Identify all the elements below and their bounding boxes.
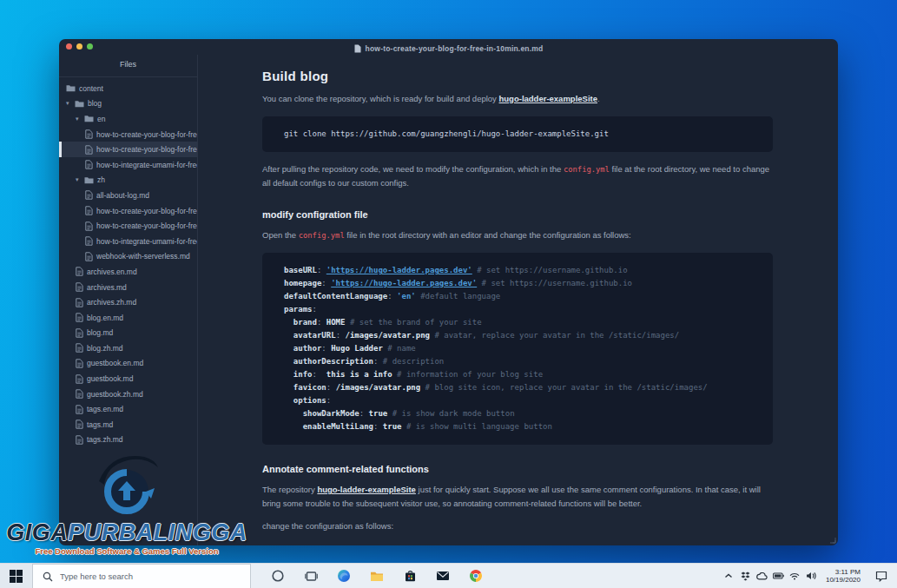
task-view-button[interactable] (294, 564, 327, 588)
tree-item-file[interactable]: archives.en.md (59, 264, 197, 280)
code-token: true (369, 409, 388, 418)
tree-item-folder[interactable]: ▾zh (59, 173, 197, 188)
code-token: : (387, 292, 397, 301)
chrome-button[interactable] (459, 564, 492, 588)
doc-paragraph: After pulling the repository code, we ne… (262, 162, 773, 190)
edge-button[interactable] (327, 564, 360, 588)
doc-link[interactable]: hugo-ladder-exampleSite (499, 94, 598, 103)
code-token: # is show multi language button (402, 422, 552, 431)
tree-item-file[interactable]: how-to-create-your-blog-for-free-by (59, 203, 197, 219)
battery-tray-button[interactable] (770, 564, 787, 588)
caret-down-icon[interactable]: ▾ (66, 100, 71, 107)
cortana-button[interactable] (261, 564, 294, 588)
zoom-button[interactable] (87, 43, 93, 50)
doc-link[interactable]: hugo-ladder-exampleSite (317, 485, 416, 494)
caret-down-icon[interactable]: ▾ (76, 116, 81, 122)
volume-tray-button[interactable] (803, 564, 820, 588)
wifi-tray-button[interactable] (787, 564, 803, 588)
code-line: showDarkMode: true # is show dark mode b… (284, 407, 751, 420)
code-token: : (317, 318, 326, 327)
tree-item-file[interactable]: tags.md (59, 417, 197, 433)
tree-item-file[interactable]: how-to-create-your-blog-for-free-by (59, 127, 197, 142)
code-block: baseURL: 'https://hugo-ladder.pages.dev'… (262, 253, 773, 445)
document-content[interactable]: Build blogYou can clone the repository, … (198, 55, 838, 545)
taskbar: 3:11 PM 10/19/2020 (0, 563, 897, 588)
close-button[interactable] (66, 43, 72, 50)
action-center-icon (875, 571, 887, 582)
code-line: author: Hugo Ladder # name (284, 342, 751, 355)
dropbox-icon (741, 571, 750, 581)
tree-item-file[interactable]: webhook-with-serverless.md (59, 249, 197, 265)
traffic-lights (66, 43, 93, 50)
tree-item-file[interactable]: how-to-create-your-blog-for-free-in- (59, 218, 197, 234)
tree-item-folder[interactable]: ▾en (59, 111, 197, 127)
tree-item-file[interactable]: tags.en.md (59, 401, 197, 417)
code-token (284, 318, 294, 327)
windows-logo-icon (10, 570, 23, 583)
search-input[interactable] (60, 571, 216, 581)
tree-item-label: how-to-create-your-blog-for-free-in- (96, 145, 197, 154)
doc-heading: modify configration file (262, 209, 773, 220)
start-button[interactable] (0, 564, 32, 588)
minimize-button[interactable] (76, 43, 82, 50)
tree-item-file[interactable]: guestbook.zh.md (59, 386, 197, 402)
window-title: how-to-create-your-blog-for-free-in-10mi… (59, 39, 838, 53)
inline-code: config.yml (299, 231, 345, 240)
code-line: homepage: 'https://hugo-ladder.pages.dev… (284, 277, 751, 290)
code-token: Hugo Ladder (331, 344, 383, 353)
code-token: : (336, 331, 346, 340)
taskbar-clock[interactable]: 3:11 PM 10/19/2020 (826, 568, 861, 585)
doc-text: The repository (262, 485, 317, 494)
folder-icon (66, 84, 76, 92)
tree-item-file[interactable]: how-to-integrate-umami-for-free-to- (59, 234, 197, 249)
tree-item-file[interactable]: guestbook.md (59, 371, 197, 386)
resize-handle-icon[interactable] (829, 537, 836, 544)
code-token: homepage (284, 279, 321, 287)
code-token: favicon (294, 383, 326, 392)
code-token: baseURL (284, 266, 317, 274)
window-titlebar[interactable]: how-to-create-your-blog-for-free-in-10mi… (59, 39, 838, 55)
code-token: author (294, 344, 322, 353)
code-line: enableMultiLang: true # is show multi la… (284, 420, 751, 433)
tree-item-file[interactable]: how-to-integrate-umami-for-free-to- (59, 157, 197, 173)
tree-item-file[interactable]: archives.md (59, 280, 197, 295)
code-token: 'en' (397, 292, 416, 301)
code-token: this is a info (326, 370, 392, 379)
tree-item-file[interactable]: all-about-log.md (59, 188, 197, 203)
code-token: : (373, 357, 383, 366)
onedrive-tray-button[interactable] (754, 564, 770, 588)
tree-item-file[interactable]: how-to-create-your-blog-for-free-in- (59, 142, 197, 157)
chevron-up-tray-button[interactable] (721, 564, 737, 588)
code-token: : (373, 422, 383, 431)
tree-item-file[interactable]: blog.md (59, 326, 197, 341)
store-button[interactable] (393, 564, 426, 588)
watermark-logo-icon (83, 450, 170, 525)
file-icon (76, 359, 83, 368)
tree-item-folder[interactable]: content (59, 81, 197, 96)
tree-item-file[interactable]: blog.en.md (59, 310, 197, 326)
doc-text: . (597, 94, 600, 103)
code-token (284, 344, 294, 353)
code-token: authorDescription (294, 357, 373, 366)
code-token: # is show dark mode button (387, 409, 514, 418)
caret-down-icon[interactable]: ▾ (76, 176, 81, 183)
search-icon (43, 571, 53, 582)
action-center-button[interactable] (866, 564, 897, 588)
file-icon (76, 313, 83, 322)
tree-item-file[interactable]: blog.zh.md (59, 340, 197, 356)
tree-item-file[interactable]: tags.zh.md (59, 433, 197, 448)
file-explorer-button[interactable] (360, 564, 393, 588)
code-token: defaultContentLanguage (284, 292, 387, 301)
tree-item-folder[interactable]: ▾blog (59, 96, 197, 112)
tree-item-file[interactable]: archives.zh.md (59, 294, 197, 310)
tree-item-file[interactable]: guestbook.en.md (59, 356, 197, 372)
taskbar-search[interactable] (32, 564, 251, 588)
code-token (284, 383, 294, 392)
mail-button[interactable] (426, 564, 459, 588)
dropbox-tray-button[interactable] (737, 564, 754, 588)
code-token: # avatar, replace your avatar in the /st… (430, 331, 679, 340)
tree-item-label: blog.md (87, 328, 113, 337)
folder-icon (75, 100, 84, 108)
window-title-text: how-to-create-your-blog-for-free-in-10mi… (366, 44, 544, 53)
watermark-title: GIGAPURBALINGGA (0, 521, 254, 545)
